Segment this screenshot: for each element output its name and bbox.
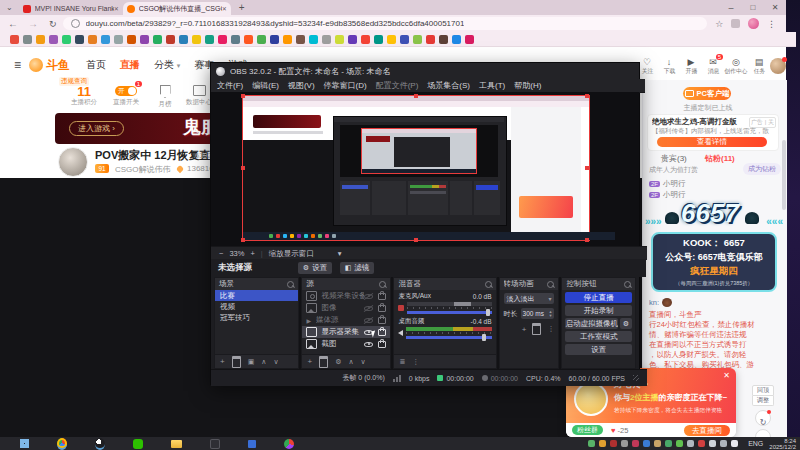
tab-close-icon[interactable]: ✕: [222, 5, 227, 12]
menu-profile[interactable]: 配置文件(P): [376, 80, 419, 91]
bookmark-favicon[interactable]: [322, 35, 331, 44]
bookmark-favicon[interactable]: [452, 35, 461, 44]
promo-card[interactable]: 绝地求生之鸡-高调打金版 广告 | 关 【福利传奇】内部福利，上线送雷充，散 查…: [647, 114, 779, 151]
mic-muted-icon[interactable]: [398, 305, 404, 311]
bookmark-favicon[interactable]: [361, 35, 370, 44]
bookmark-favicon[interactable]: [218, 35, 227, 44]
start-broadcast-button[interactable]: ▶开播: [680, 57, 702, 76]
remove-scene-button[interactable]: [232, 356, 241, 368]
user-avatar[interactable]: [770, 58, 786, 74]
virtual-camera-button[interactable]: 启动虚拟摄像机: [565, 318, 618, 329]
obs-preview[interactable]: [211, 92, 639, 246]
bookmark-favicon[interactable]: [192, 35, 201, 44]
shield-icon[interactable]: [160, 85, 171, 98]
bookmark-favicon[interactable]: [309, 35, 318, 44]
bookmark-favicon[interactable]: [179, 35, 188, 44]
pin-icon[interactable]: [287, 281, 294, 288]
language-indicator[interactable]: ENG: [748, 440, 763, 447]
tray-icon[interactable]: [632, 440, 639, 447]
menu-file[interactable]: 文件(F): [217, 80, 243, 91]
window-minimize-button[interactable]: –: [720, 3, 742, 13]
chevron-down-icon[interactable]: ▾: [338, 249, 342, 258]
browser-tab-2-active[interactable]: CSGO解说伟伟直播_CSGO解... ✕: [123, 2, 231, 15]
zoom-in-button[interactable]: +: [250, 249, 254, 258]
tray-icon[interactable]: [610, 440, 617, 447]
download-button[interactable]: ↓下载: [658, 57, 680, 76]
tray-icon[interactable]: [687, 440, 694, 447]
clock[interactable]: 8:24 2025/12/2: [769, 438, 796, 450]
pin-icon[interactable]: [379, 281, 386, 288]
bookmark-favicon[interactable]: [10, 35, 19, 44]
obs-taskbar-icon[interactable]: [95, 438, 105, 450]
source-down-button[interactable]: ∨: [361, 358, 366, 366]
address-bar[interactable]: douyu.com/beta/293829?_r=0.7110168331928…: [63, 17, 708, 30]
remove-transition-button[interactable]: [532, 323, 541, 335]
new-tab-button[interactable]: +: [239, 2, 245, 13]
chat-username[interactable]: 小明行: [663, 179, 686, 189]
eye-hidden-icon[interactable]: [364, 317, 373, 324]
source-up-button[interactable]: ∧: [348, 358, 353, 366]
monitor-icon[interactable]: [193, 85, 206, 96]
duration-spinbox[interactable]: 300 ms ▲▼: [521, 308, 555, 319]
bookmark-favicon[interactable]: [88, 35, 97, 44]
source-item[interactable]: 视频采集设备: [302, 290, 390, 302]
menu-edit[interactable]: 编辑(E): [252, 80, 279, 91]
tray-icon[interactable]: [720, 440, 727, 447]
bookmark-favicon[interactable]: [114, 35, 123, 44]
transition-menu-icon[interactable]: ⋮: [547, 325, 554, 333]
window-close-button[interactable]: ✕: [764, 3, 786, 12]
bookmark-favicon[interactable]: [387, 35, 396, 44]
toast-close-icon[interactable]: ✕: [723, 371, 730, 380]
remove-source-button[interactable]: [319, 356, 328, 368]
tray-icon[interactable]: [698, 440, 705, 447]
bookmark-favicon[interactable]: [205, 35, 214, 44]
live-switch-toggle[interactable]: 开 1: [115, 86, 137, 96]
add-source-button[interactable]: +: [307, 357, 312, 366]
nav-live[interactable]: 直播: [120, 58, 140, 72]
mixer-menu-icon[interactable]: ⋮: [412, 358, 419, 366]
mixer-config-icon[interactable]: ≣: [399, 358, 405, 366]
tray-icon[interactable]: [731, 440, 738, 447]
bookmark-favicon[interactable]: [101, 35, 110, 44]
site-info-icon[interactable]: [71, 19, 80, 28]
window-maximize-button[interactable]: □: [742, 3, 764, 12]
bookmark-favicon[interactable]: [231, 35, 240, 44]
go-to-room-button[interactable]: 去直播间: [684, 425, 730, 436]
bookmark-favicon[interactable]: [49, 35, 58, 44]
bookmark-favicon[interactable]: [62, 35, 71, 44]
bookmark-favicon[interactable]: [140, 35, 149, 44]
tasks-button[interactable]: ▤任务: [748, 57, 770, 76]
back-to-top-button[interactable]: 回顶: [752, 385, 774, 396]
history-button[interactable]: ↻: [755, 410, 771, 426]
tray-icon[interactable]: [654, 440, 661, 447]
tray-icon[interactable]: [599, 440, 606, 447]
profile-avatar[interactable]: [748, 18, 759, 29]
add-transition-button[interactable]: +: [522, 325, 527, 334]
menu-scene-collection[interactable]: 场景集合(S): [427, 80, 470, 91]
zoom-out-button[interactable]: −: [219, 249, 223, 258]
scene-down-button[interactable]: ∨: [273, 358, 278, 366]
scene-item-selected[interactable]: 比赛: [215, 290, 298, 301]
virtual-camera-config-button[interactable]: ⚙: [620, 318, 632, 329]
fan-group-badge[interactable]: 粉丝群: [572, 425, 603, 435]
browser-menu-icon[interactable]: ⋮: [767, 19, 776, 29]
forward-icon[interactable]: →: [28, 18, 38, 29]
source-item[interactable]: 图像: [302, 302, 390, 314]
bookmark-favicon[interactable]: [400, 35, 409, 44]
tab-diamond-fans[interactable]: 钻粉(11): [705, 153, 735, 164]
transition-select[interactable]: 淡入淡出 ▾: [504, 293, 555, 304]
promo-detail-button[interactable]: 查看详情: [657, 137, 767, 147]
bookmark-favicon[interactable]: [348, 35, 357, 44]
menu-view[interactable]: 视图(V): [288, 80, 315, 91]
bookmark-favicon[interactable]: [166, 35, 175, 44]
tray-icon[interactable]: [709, 440, 716, 447]
lock-icon[interactable]: [378, 329, 386, 336]
bookmark-favicon[interactable]: [374, 35, 383, 44]
streamer-name[interactable]: CSGO解说伟伟: [115, 164, 171, 175]
adjust-button[interactable]: 调整: [752, 396, 774, 406]
small-app-taskbar-icon[interactable]: [248, 440, 256, 448]
tray-icon[interactable]: [676, 440, 683, 447]
obs-titlebar[interactable]: OBS 32.0.2 - 配置文件: 未命名 - 场景: 未命名: [211, 63, 639, 79]
lock-icon[interactable]: [378, 305, 386, 312]
bookmark-favicon[interactable]: [257, 35, 266, 44]
